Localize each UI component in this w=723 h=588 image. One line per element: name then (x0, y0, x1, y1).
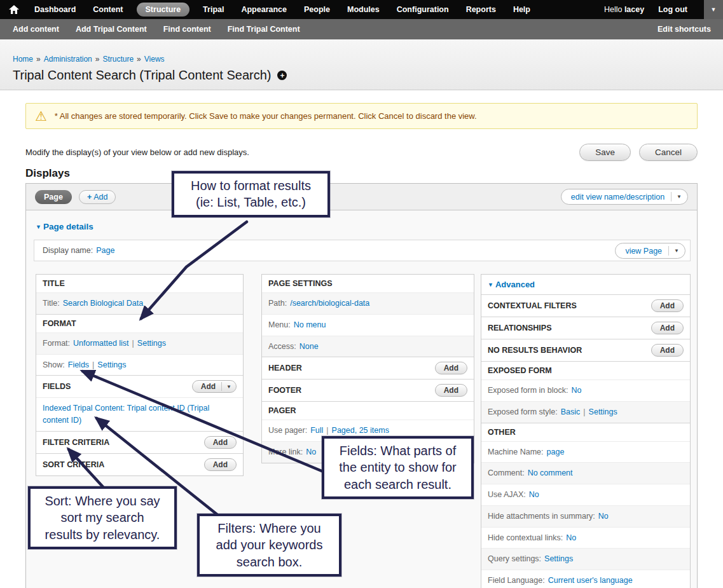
toolbar-item-appearance[interactable]: Appearance (241, 5, 287, 14)
shortcut-item-find-content[interactable]: Find content (163, 25, 211, 34)
advanced-toggle[interactable]: ▼Advanced (481, 275, 690, 294)
add-button[interactable]: Add (204, 458, 237, 471)
display-tab-bar: Page +Add edit view name/description ▼ (26, 184, 697, 210)
logout-link[interactable]: Log out (658, 5, 687, 14)
toolbar-item-configuration[interactable]: Configuration (397, 5, 449, 14)
setting-link-no[interactable]: No (566, 533, 576, 542)
edit-view-name-button[interactable]: edit view name/description ▼ (561, 189, 688, 205)
add-field-button[interactable]: Add▼ (192, 380, 237, 393)
section-title: TITLETitle:Search Biological Data (36, 275, 243, 314)
annotation-line: (ie: List, Table, etc.) (177, 194, 325, 210)
section-header-filter-criteria: FILTER CRITERIAAdd (36, 431, 243, 453)
page-header: Home»Administration»Structure»Views Trip… (0, 39, 723, 90)
toolbar-right: Hello lacey Log out ▼ (604, 0, 723, 19)
setting-row: Path:/search/biological-data (262, 292, 474, 314)
chevron-down-icon: ▼ (226, 384, 231, 390)
shortcut-item-find-tripal-content[interactable]: Find Tripal Content (228, 25, 300, 34)
setting-label: Hide contextual links: (488, 533, 563, 542)
display-name-link[interactable]: Page (96, 246, 114, 255)
setting-link-no-comment[interactable]: No comment (528, 468, 573, 477)
breadcrumb-link-views[interactable]: Views (144, 55, 165, 64)
save-button[interactable]: Save (579, 144, 631, 161)
page-details-toggle[interactable]: ▼Page details (36, 222, 93, 231)
toolbar-item-dashboard[interactable]: Dashboard (34, 5, 76, 14)
toolbar-item-help[interactable]: Help (513, 5, 530, 14)
section-title: SORT CRITERIA (43, 460, 104, 469)
breadcrumb-separator: » (36, 55, 41, 64)
setting-link-settings[interactable]: Settings (544, 554, 573, 563)
tab-page[interactable]: Page (35, 190, 72, 204)
setting-link-search-biological-data[interactable]: /search/biological-data (290, 299, 369, 308)
admin-toolbar: DashboardContentStructureTripalAppearanc… (0, 0, 723, 19)
section-header-no-results-behavior: NO RESULTS BEHAVIORAdd (481, 339, 690, 361)
setting-link-no[interactable]: No (598, 512, 609, 521)
shortcut-item-add-tripal-content[interactable]: Add Tripal Content (76, 25, 147, 34)
setting-label: Hide attachments in summary: (488, 512, 595, 521)
setting-link-none[interactable]: None (300, 342, 319, 351)
annotation-fields-note: Fields: What parts ofthe entity to show … (322, 436, 474, 499)
breadcrumb-separator: » (137, 55, 141, 64)
setting-link-settings[interactable]: Settings (97, 360, 126, 369)
setting-link-paged-25-items[interactable]: Paged, 25 items (332, 426, 389, 435)
setting-link-search-biological-data[interactable]: Search Biological Data (63, 299, 143, 308)
section-header-pager: PAGER (262, 401, 474, 420)
section-contextual-filters: CONTEXTUAL FILTERSAdd (481, 294, 690, 317)
breadcrumb-separator: » (95, 55, 100, 64)
annotation-line: add your keywords (202, 537, 336, 553)
divider (671, 192, 671, 202)
add-button[interactable]: Add (435, 362, 467, 374)
setting-label: Access: (268, 342, 296, 351)
setting-link-no[interactable]: No (529, 490, 539, 499)
toolbar-toggle-button[interactable]: ▼ (704, 0, 723, 19)
setting-link-page[interactable]: page (547, 448, 565, 456)
setting-label: Menu: (268, 320, 291, 329)
add-button[interactable]: Add (651, 344, 684, 357)
setting-link-current-user-s-language[interactable]: Current user's language (548, 576, 633, 585)
breadcrumb-link-administration[interactable]: Administration (44, 55, 92, 64)
breadcrumb-link-home[interactable]: Home (13, 55, 33, 64)
cancel-button[interactable]: Cancel (639, 144, 698, 161)
add-button[interactable]: Add (651, 322, 684, 334)
setting-link-fields[interactable]: Fields (68, 360, 89, 369)
setting-link-full[interactable]: Full (310, 426, 323, 435)
edit-shortcuts-link[interactable]: Edit shortcuts (658, 25, 711, 34)
setting-link-indexed-tripal-content-tripal-content-id[interactable]: Indexed Tripal Content: Tripal content I… (43, 404, 209, 425)
section-header-contextual-filters: CONTEXTUAL FILTERSAdd (481, 294, 690, 317)
toolbar-item-modules[interactable]: Modules (347, 5, 380, 14)
add-display-button[interactable]: +Add (79, 190, 116, 204)
separator: | (132, 339, 134, 348)
contextual-links-icon[interactable]: + (277, 71, 287, 80)
home-icon[interactable] (9, 5, 19, 14)
add-button[interactable]: Add (435, 384, 467, 397)
add-button[interactable]: Add (204, 436, 237, 449)
shortcut-menu: Add contentAdd Tripal ContentFind conten… (13, 25, 300, 34)
setting-link-settings[interactable]: Settings (589, 407, 617, 416)
setting-link-settings[interactable]: Settings (137, 339, 166, 348)
add-button[interactable]: Add (651, 299, 684, 312)
displays-heading: Displays (25, 167, 70, 180)
display-name-bar: Display name: Page view Page ▼ (34, 240, 691, 261)
shortcut-item-add-content[interactable]: Add content (13, 25, 59, 34)
breadcrumb-link-structure[interactable]: Structure (102, 55, 134, 64)
section-footer: FOOTERAdd (262, 379, 474, 401)
form-actions: Modify the display(s) of your view below… (25, 144, 698, 161)
toolbar-item-tripal[interactable]: Tripal (203, 5, 224, 14)
section-header-exposed-form: EXPOSED FORM (481, 361, 690, 379)
setting-link-no[interactable]: No (571, 386, 581, 395)
setting-link-basic[interactable]: Basic (561, 407, 581, 416)
toolbar-item-structure[interactable]: Structure (137, 3, 190, 17)
view-page-button[interactable]: view Page ▼ (615, 243, 685, 259)
toolbar-item-people[interactable]: People (304, 5, 330, 14)
setting-link-unformatted-list[interactable]: Unformatted list (73, 339, 129, 348)
annotation-line: How to format results (177, 177, 325, 194)
toolbar-item-reports[interactable]: Reports (466, 5, 496, 14)
triangle-down-icon: ▼ (488, 282, 493, 288)
annotation-line: sort my search (33, 509, 172, 526)
setting-label: Exposed form in block: (488, 386, 568, 395)
toolbar-item-content[interactable]: Content (93, 5, 123, 14)
setting-link-no[interactable]: No (306, 448, 316, 456)
setting-label: Format: (43, 339, 70, 348)
column-left: TITLETitle:Search Biological DataFORMATF… (36, 274, 244, 476)
section-title: EXPOSED FORM (488, 366, 552, 375)
setting-link-no-menu[interactable]: No menu (294, 320, 326, 329)
